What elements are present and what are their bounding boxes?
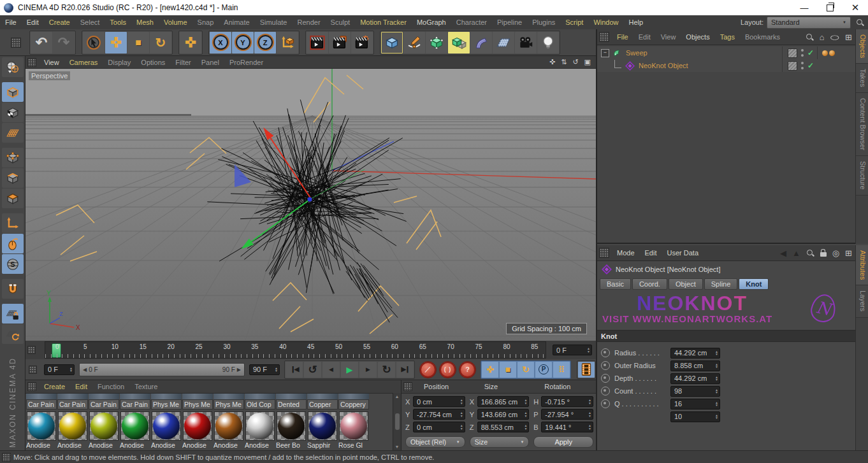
snap-enable-button[interactable] xyxy=(2,254,24,274)
material-item-anodise[interactable]: Anodise xyxy=(57,411,88,451)
material-thumbnail[interactable] xyxy=(339,411,368,441)
menu-volume[interactable]: Volume xyxy=(159,15,192,29)
target-icon[interactable]: ◎ xyxy=(832,249,839,257)
apply-button[interactable]: Apply xyxy=(533,436,593,448)
material-thumbnail[interactable] xyxy=(308,411,337,441)
spinner[interactable] xyxy=(458,411,463,417)
coord-input-rotation-b[interactable]: 19.441 ° xyxy=(541,422,593,432)
menu-simulate[interactable]: Simulate xyxy=(255,15,293,29)
spinner[interactable] xyxy=(713,401,718,407)
coord-input-rotation-p[interactable]: -27.954 ° xyxy=(541,409,593,420)
spinner[interactable] xyxy=(68,367,73,373)
scroll-up-icon[interactable]: ▲ xyxy=(395,394,400,399)
expander-icon[interactable]: − xyxy=(601,49,609,57)
visibility-dots[interactable] xyxy=(800,48,804,57)
go-to-end-button[interactable]: ▶❙ xyxy=(396,362,414,378)
object-manager-menu-bookmarks[interactable]: Bookmarks xyxy=(740,30,785,44)
tag-icon[interactable] xyxy=(829,50,835,56)
viewport-menu-prorender[interactable]: ProRender xyxy=(224,55,268,69)
material-item-beer-bo[interactable]: Beer Bo xyxy=(276,411,307,451)
timeline-ruler[interactable]: 051015202530354045505560657075808590 xyxy=(45,341,546,359)
material-item-car-pain[interactable]: Car Pain xyxy=(89,394,119,410)
panel-tab-objects[interactable]: Objects xyxy=(856,29,868,64)
panel-tab-attributes[interactable]: Attributes xyxy=(856,245,868,285)
object-manager-menu-view[interactable]: View xyxy=(656,30,681,44)
attributes-menu-mode[interactable]: Mode xyxy=(612,246,640,260)
material-item-anodise[interactable]: Anodise xyxy=(89,411,119,451)
spinner[interactable] xyxy=(273,367,278,373)
attributes-grip[interactable] xyxy=(599,248,609,258)
workplane-planar-button[interactable] xyxy=(2,324,24,344)
autokeying-button[interactable]: ( ) xyxy=(439,361,456,378)
materials-menu-edit[interactable]: Edit xyxy=(70,380,92,394)
material-thumbnail[interactable] xyxy=(152,411,181,441)
range-left-arrow-icon[interactable]: ◀ xyxy=(83,367,87,373)
last-used-tool-button[interactable]: ✜ xyxy=(180,32,201,53)
material-item-anodise[interactable]: Anodise xyxy=(213,411,244,451)
materials-menu-function[interactable]: Function xyxy=(92,380,129,394)
material-thumbnail[interactable] xyxy=(245,411,275,441)
render-view-button[interactable] xyxy=(307,32,328,53)
minimize-button[interactable]: — xyxy=(792,0,817,15)
subdivision-surface-button[interactable] xyxy=(426,32,447,53)
object-manager-menu-tags[interactable]: Tags xyxy=(715,30,740,44)
material-thumbnail[interactable] xyxy=(183,411,212,441)
search-icon[interactable] xyxy=(806,249,814,257)
add-panel-icon[interactable]: ⊞ xyxy=(845,249,852,257)
material-item-anodise[interactable]: Anodise xyxy=(120,411,150,451)
spinner[interactable] xyxy=(522,424,527,430)
snap-magnet-button[interactable] xyxy=(2,279,24,299)
lock-icon[interactable] xyxy=(820,252,827,257)
keyframe-circle[interactable] xyxy=(601,374,610,383)
param-input-extra[interactable]: 10 xyxy=(670,411,720,422)
viewport-menu-panel[interactable]: Panel xyxy=(196,55,224,69)
material-item-copper[interactable]: Copper xyxy=(307,394,338,410)
viewport-menu-cameras[interactable]: Cameras xyxy=(64,55,103,69)
keyframe-circle[interactable] xyxy=(601,348,610,357)
material-item-dented[interactable]: Dented xyxy=(276,394,307,410)
menu-mesh[interactable]: Mesh xyxy=(131,15,159,29)
size-dropdown[interactable]: Size xyxy=(470,436,530,448)
menu-sculpt[interactable]: Sculpt xyxy=(326,15,356,29)
keyframe-circle[interactable] xyxy=(601,361,610,370)
toolbar-grip[interactable] xyxy=(11,38,21,48)
param-input-count[interactable]: 98 xyxy=(670,386,720,397)
panel-tab-layers[interactable]: Layers xyxy=(856,285,868,317)
coord-input-size-z[interactable]: 88.553 cm xyxy=(477,422,530,432)
attributes-menu-edit[interactable]: Edit xyxy=(640,246,662,260)
material-thumbnail[interactable] xyxy=(58,411,87,441)
viewport-zoom-icon[interactable]: ⇅ xyxy=(561,58,567,66)
object-rel-dropdown[interactable]: Object (Rel) xyxy=(405,436,465,448)
record-scale-button[interactable]: ■ xyxy=(500,362,516,378)
material-item-car-pain[interactable]: Car Pain xyxy=(120,394,150,410)
spinner[interactable] xyxy=(522,411,527,417)
coord-input-size-x[interactable]: 166.865 cm xyxy=(477,396,530,407)
menu-plugins[interactable]: Plugins xyxy=(527,15,560,29)
material-thumbnail[interactable] xyxy=(277,411,306,441)
menu-render[interactable]: Render xyxy=(292,15,325,29)
viewport-menu-options[interactable]: Options xyxy=(136,55,170,69)
material-item-sapphir[interactable]: Sapphir xyxy=(307,411,338,451)
viewport-grip[interactable] xyxy=(27,58,36,67)
material-item-anodise[interactable]: Anodise xyxy=(182,411,213,451)
menu-pipeline[interactable]: Pipeline xyxy=(492,15,527,29)
scale-tool-button[interactable]: ■ xyxy=(127,32,149,53)
tab-object[interactable]: Object xyxy=(669,278,703,290)
record-active-objects-button[interactable]: ／ xyxy=(419,361,437,378)
material-item-anodise[interactable]: Anodise xyxy=(151,411,182,451)
spinner[interactable] xyxy=(585,347,590,353)
go-to-previous-key-button[interactable]: ↺ xyxy=(304,362,321,378)
search-icon[interactable] xyxy=(806,33,814,41)
menu-snap[interactable]: Snap xyxy=(192,15,219,29)
menu-edit[interactable]: Edit xyxy=(22,15,44,29)
tab-spline[interactable]: Spline xyxy=(704,278,738,290)
menu-select[interactable]: Select xyxy=(75,15,105,29)
tag-icon[interactable] xyxy=(822,50,828,56)
material-thumbnail[interactable] xyxy=(214,411,243,441)
panel-tab-takes[interactable]: Takes xyxy=(856,64,868,93)
record-position-button[interactable]: ✜ xyxy=(482,362,498,378)
home-icon[interactable]: ⌂ xyxy=(820,33,825,41)
spinner[interactable] xyxy=(522,399,527,404)
layer-box[interactable] xyxy=(788,61,797,71)
materials-scrollbar[interactable]: ▲ ▼ xyxy=(393,393,401,450)
